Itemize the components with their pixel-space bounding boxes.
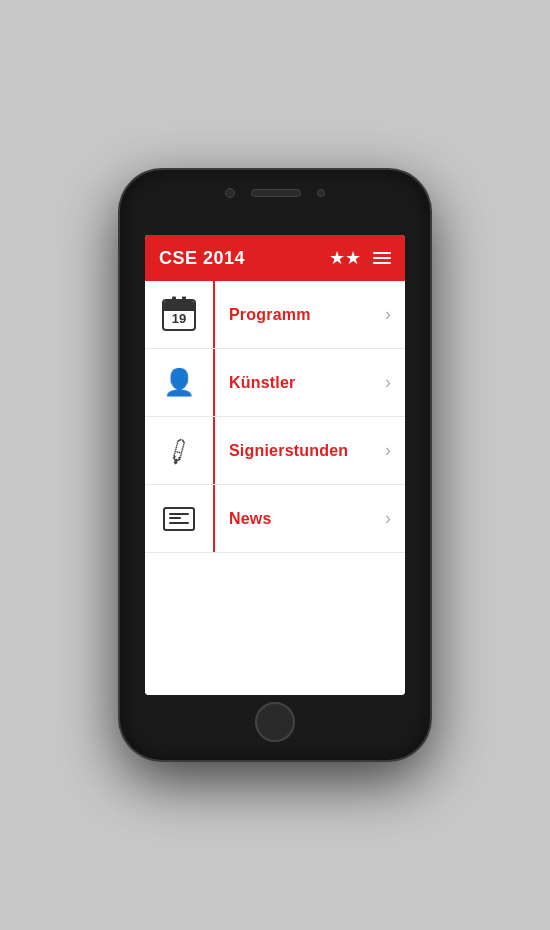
menu-label-kunstler: Künstler: [229, 374, 296, 392]
empty-area: [145, 553, 405, 695]
news-line-2: [169, 517, 181, 519]
menu-label-col-programm: Programm ›: [215, 304, 405, 325]
menu-item-programm[interactable]: 19 Programm ›: [145, 281, 405, 349]
app-header: CSE 2014 ★: [145, 235, 405, 281]
calendar-number: 19: [172, 311, 186, 326]
feather-icon-col: 🖊: [145, 417, 215, 484]
phone-camera: [225, 188, 235, 198]
hamburger-icon[interactable]: [373, 252, 391, 264]
phone-speaker: [251, 189, 301, 197]
news-icon-col: [145, 485, 215, 552]
calendar-header: [164, 301, 194, 311]
menu-item-kunstler[interactable]: 👤 Künstler ›: [145, 349, 405, 417]
chevron-signierstunden: ›: [385, 440, 391, 461]
app-title: CSE 2014: [159, 248, 245, 269]
chevron-news: ›: [385, 508, 391, 529]
calendar-icon-col: 19: [145, 281, 215, 348]
hamburger-line-3: [373, 262, 391, 264]
person-icon-col: 👤: [145, 349, 215, 416]
header-icons: ★: [329, 247, 391, 269]
hamburger-line-1: [373, 252, 391, 254]
news-line-1: [169, 513, 189, 515]
menu-item-news[interactable]: News ›: [145, 485, 405, 553]
menu-label-col-kunstler: Künstler ›: [215, 372, 405, 393]
news-line-3: [169, 522, 189, 524]
menu-item-signierstunden[interactable]: 🖊 Signierstunden ›: [145, 417, 405, 485]
feather-icon: 🖊: [162, 432, 197, 468]
menu-label-news: News: [229, 510, 272, 528]
menu-label-col-signierstunden: Signierstunden ›: [215, 440, 405, 461]
menu-list: 19 Programm › 👤 Künstler ›: [145, 281, 405, 695]
menu-label-col-news: News ›: [215, 508, 405, 529]
phone-body: CSE 2014 ★ 19: [120, 170, 430, 760]
phone-home-button[interactable]: [255, 702, 295, 742]
phone-dot: [317, 189, 325, 197]
phone-screen: CSE 2014 ★ 19: [145, 235, 405, 695]
menu-label-signierstunden: Signierstunden: [229, 442, 348, 460]
person-icon: 👤: [163, 367, 195, 398]
menu-label-programm: Programm: [229, 306, 311, 324]
chevron-kunstler: ›: [385, 372, 391, 393]
hamburger-line-2: [373, 257, 391, 259]
phone-top-bar: [225, 188, 325, 198]
news-icon: [163, 507, 195, 531]
chevron-programm: ›: [385, 304, 391, 325]
calendar-icon: 19: [162, 299, 196, 331]
star-icon[interactable]: ★: [329, 247, 361, 269]
phone-wrapper: CSE 2014 ★ 19: [115, 165, 435, 765]
